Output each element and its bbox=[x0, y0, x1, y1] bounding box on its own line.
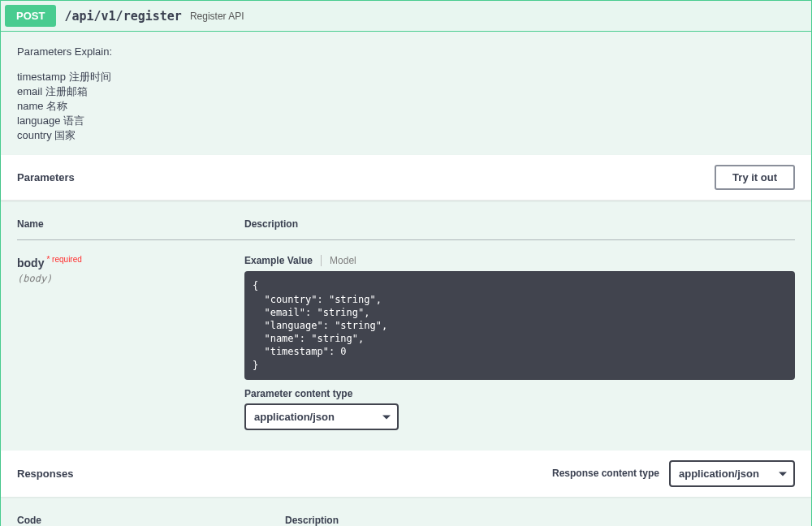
tab-model[interactable]: Model bbox=[321, 255, 365, 266]
response-content-type-label: Response content type bbox=[552, 468, 659, 479]
parameters-title: Parameters bbox=[17, 171, 75, 183]
operation-header[interactable]: POST /api/v1/register Register API bbox=[1, 1, 811, 32]
try-it-out-button[interactable]: Try it out bbox=[715, 165, 795, 190]
tab-example-value[interactable]: Example Value bbox=[244, 255, 321, 266]
responses-title: Responses bbox=[17, 468, 73, 480]
parameters-table: Name Description body* required (body) E… bbox=[17, 209, 795, 429]
col-description: Description bbox=[285, 505, 795, 526]
param-content-type-select-wrap: application/json bbox=[244, 403, 399, 430]
endpoint-path: /api/v1/register bbox=[64, 9, 182, 24]
responses-table-section: Code Description code 0 register success… bbox=[1, 497, 811, 526]
responses-section-header: Responses Response content type applicat… bbox=[1, 451, 811, 497]
col-description: Description bbox=[244, 209, 795, 240]
response-content-type-select-wrap: application/json bbox=[669, 460, 795, 487]
http-method-badge: POST bbox=[5, 5, 56, 27]
description-title: Parameters Explain: bbox=[17, 44, 795, 60]
desc-line: language 语言 bbox=[17, 114, 795, 128]
param-content-type-select[interactable]: application/json bbox=[244, 403, 399, 430]
api-operation-block: POST /api/v1/register Register API Param… bbox=[0, 0, 812, 526]
param-content-type-label: Parameter content type bbox=[244, 388, 795, 399]
desc-line: email 注册邮箱 bbox=[17, 84, 795, 99]
parameters-table-section: Name Description body* required (body) E… bbox=[1, 200, 811, 450]
responses-table: Code Description code 0 register success… bbox=[17, 505, 795, 526]
desc-line: name 名称 bbox=[17, 99, 795, 114]
description-lines: timestamp 注册时间 email 注册邮箱 name 名称 langua… bbox=[17, 70, 795, 144]
description-section: Parameters Explain: timestamp 注册时间 email… bbox=[1, 32, 811, 155]
desc-line: country 国家 bbox=[17, 128, 795, 143]
endpoint-summary: Register API bbox=[190, 11, 244, 22]
col-code: Code bbox=[17, 505, 285, 526]
param-name: body bbox=[17, 257, 44, 269]
response-content-type-select[interactable]: application/json bbox=[669, 460, 795, 487]
schema-tabs: Example ValueModel bbox=[244, 255, 795, 266]
param-in: (body) bbox=[17, 273, 244, 284]
response-content-type-group: Response content type application/json bbox=[552, 460, 795, 487]
parameters-section-header: Parameters Try it out bbox=[1, 155, 811, 200]
example-json-block[interactable]: { "country": "string", "email": "string"… bbox=[244, 271, 795, 379]
parameter-row: body* required (body) Example ValueModel… bbox=[17, 240, 795, 430]
required-marker: * required bbox=[44, 255, 81, 264]
desc-line: timestamp 注册时间 bbox=[17, 70, 795, 84]
col-name: Name bbox=[17, 209, 244, 240]
